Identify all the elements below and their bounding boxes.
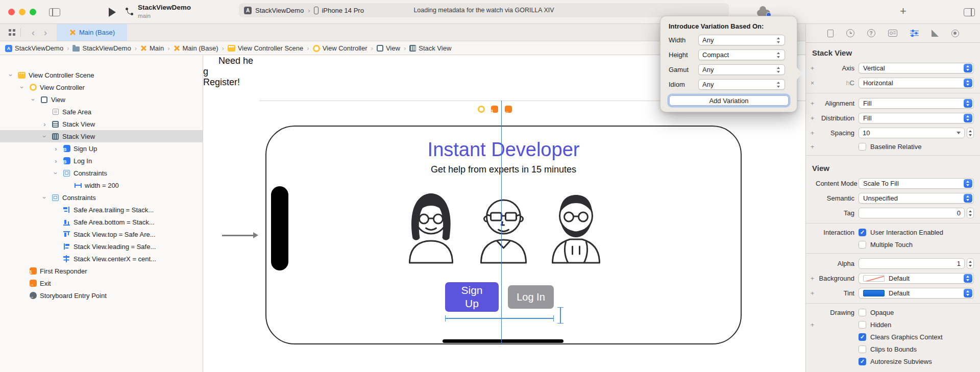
outline-row-constraint-leading[interactable]: Stack View.leading = Safe... <box>0 240 203 253</box>
clips-to-bounds-checkbox[interactable] <box>859 345 866 353</box>
background-popup[interactable]: Default <box>859 273 974 284</box>
back-button[interactable]: ‹ <box>27 28 39 37</box>
activity-status-bar[interactable]: StackViewDemo › iPhone 14 Pro Loading me… <box>239 3 729 17</box>
alignment-popup[interactable]: Fill <box>859 98 974 109</box>
dock-view-controller-icon[interactable] <box>478 106 485 113</box>
idiom-dropdown[interactable]: Any <box>698 79 785 90</box>
alpha-field[interactable]: 1 <box>859 258 965 269</box>
breadcrumb-folder[interactable]: StackViewDemo <box>72 44 131 52</box>
spacing-stepper[interactable] <box>967 128 974 138</box>
gamut-dropdown[interactable]: Any <box>698 64 785 75</box>
alpha-stepper[interactable] <box>967 258 974 269</box>
minimize-window-button[interactable] <box>19 9 26 15</box>
library-plus-button[interactable]: + <box>900 5 906 18</box>
scheme-selector[interactable]: StackViewDemo main <box>138 4 191 19</box>
canvas-subtitle-label[interactable]: Get help from experts in 15 minutes <box>265 164 742 175</box>
breadcrumb-project[interactable]: StackViewDemo <box>5 44 63 52</box>
disclosure-triangle[interactable] <box>41 133 48 140</box>
disclosure-triangle[interactable] <box>7 72 15 79</box>
autoresize-subviews-checkbox[interactable] <box>859 358 866 365</box>
outline-row-constraint-trailing[interactable]: Safe Area.trailing = Stack... <box>0 204 203 216</box>
semantic-popup[interactable]: Unspecified <box>859 193 974 204</box>
tag-field[interactable]: 0 <box>859 208 965 218</box>
outline-row-exit[interactable]: Exit <box>0 277 203 289</box>
add-variation-confirm-button[interactable]: Add Variation <box>669 95 789 106</box>
add-variation-button[interactable] <box>809 275 816 282</box>
zoom-window-button[interactable] <box>30 9 36 15</box>
tab-overview-icon[interactable] <box>9 29 11 32</box>
add-variation-button[interactable] <box>809 143 816 151</box>
add-variation-button[interactable] <box>809 321 816 329</box>
breadcrumb-view-controller[interactable]: View Controller <box>313 44 368 52</box>
user-interaction-enabled-checkbox[interactable] <box>859 229 866 236</box>
dock-exit-icon[interactable] <box>505 106 512 113</box>
outline-row-stack-view-h[interactable]: Stack View <box>0 118 203 130</box>
hidden-checkbox[interactable] <box>859 321 866 329</box>
outline-row-view[interactable]: View <box>0 93 203 106</box>
dock-first-responder-icon[interactable] <box>491 106 498 113</box>
outline-row-view-controller[interactable]: View Controller <box>0 81 203 93</box>
outline-row-sign-up[interactable]: Sign Up <box>0 142 203 155</box>
outline-row-log-in[interactable]: Log In <box>0 155 203 167</box>
size-inspector-icon[interactable] <box>932 30 939 37</box>
axis-variant-popup[interactable]: Horizontal <box>859 78 974 88</box>
disclosure-triangle[interactable] <box>52 170 60 177</box>
disclosure-triangle[interactable] <box>41 121 48 128</box>
width-constraint-indicator[interactable] <box>445 315 554 321</box>
width-dropdown[interactable]: Any <box>698 35 785 45</box>
outline-row-constraints-2[interactable]: Constraints <box>0 191 203 204</box>
toggle-right-sidebar-icon[interactable] <box>964 8 975 16</box>
sign-up-button[interactable]: Sign Up <box>445 282 499 312</box>
spacing-constraint-indicator[interactable] <box>557 307 564 324</box>
add-variation-button[interactable] <box>809 100 816 107</box>
avatar-woman-glasses[interactable] <box>399 187 463 264</box>
run-button[interactable] <box>109 8 116 17</box>
add-variation-button[interactable] <box>809 289 816 297</box>
attributes-inspector-icon[interactable] <box>910 30 919 37</box>
outline-row-constraint-bottom[interactable]: Safe Area.bottom = Stack... <box>0 216 203 228</box>
file-inspector-icon[interactable] <box>827 30 834 37</box>
height-dropdown[interactable]: Compact <box>698 49 785 60</box>
disclosure-triangle[interactable] <box>41 194 48 201</box>
outline-row-constraint-centerx[interactable]: Stack View.centerX = cent... <box>0 253 203 265</box>
content-mode-popup[interactable]: Scale To Fill <box>859 178 974 189</box>
outline-row-constraint-top[interactable]: Stack View.top = Safe Are... <box>0 228 203 240</box>
breadcrumb-stack-view[interactable]: Stack View <box>409 44 451 52</box>
add-variation-button[interactable] <box>809 129 816 137</box>
outline-row-safe-area[interactable]: Safe Area <box>0 106 203 118</box>
toggle-left-sidebar-icon[interactable] <box>49 8 60 16</box>
outline-row-scene[interactable]: View Controller Scene <box>0 69 203 81</box>
run-destination-project[interactable]: StackViewDemo <box>255 7 304 14</box>
baseline-relative-checkbox[interactable] <box>859 143 866 151</box>
avatar-bearded-man-hoodie[interactable] <box>544 187 608 264</box>
disclosure-triangle[interactable] <box>52 158 60 164</box>
breadcrumb-view[interactable]: View <box>377 44 400 52</box>
distribution-popup[interactable]: Fill <box>859 113 974 123</box>
avatar-bald-man-glasses[interactable] <box>472 187 535 264</box>
spacing-field[interactable]: 10 <box>859 128 965 138</box>
breadcrumb-main[interactable]: Main <box>140 44 164 52</box>
multiple-touch-checkbox[interactable] <box>859 241 866 249</box>
forward-button[interactable]: › <box>39 28 52 37</box>
add-variation-button[interactable] <box>809 64 816 72</box>
log-in-button[interactable]: Log In <box>508 285 554 309</box>
axis-popup[interactable]: Vertical <box>859 63 974 73</box>
remove-variation-button[interactable] <box>809 79 816 87</box>
close-window-button[interactable] <box>8 9 15 15</box>
outline-row-constraints[interactable]: Constraints <box>0 167 203 179</box>
identity-inspector-icon[interactable] <box>888 30 897 37</box>
opaque-checkbox[interactable] <box>859 309 866 316</box>
outline-row-entry-point[interactable]: Storyboard Entry Point <box>0 289 203 302</box>
tab-main-base[interactable]: Main (Base) <box>57 24 127 41</box>
connections-inspector-icon[interactable] <box>951 30 959 37</box>
disclosure-triangle[interactable] <box>30 96 37 103</box>
disclosure-triangle[interactable] <box>52 145 60 152</box>
outline-row-width-constraint[interactable]: width = 200 <box>0 179 203 191</box>
breadcrumb-scene[interactable]: View Controller Scene <box>228 44 303 52</box>
add-variation-button[interactable] <box>809 114 816 122</box>
disclosure-triangle[interactable] <box>18 84 26 91</box>
breadcrumb-main-base[interactable]: Main (Base) <box>174 44 218 52</box>
outline-row-stack-view-selected[interactable]: Stack View <box>0 130 203 142</box>
help-inspector-icon[interactable] <box>867 29 875 37</box>
tint-popup[interactable]: Default <box>859 288 974 299</box>
